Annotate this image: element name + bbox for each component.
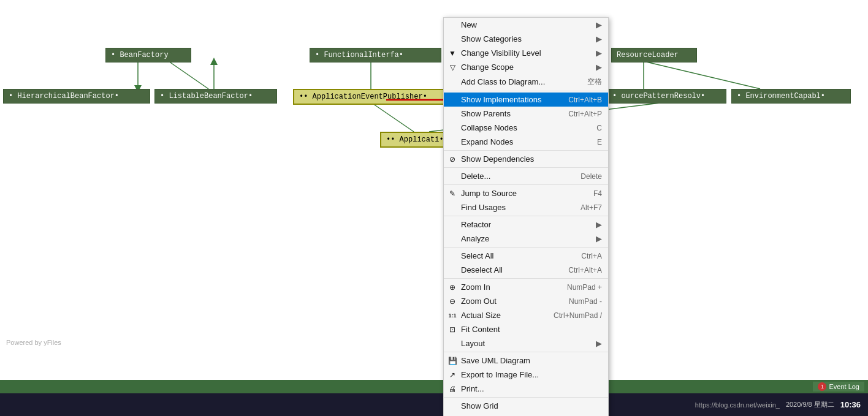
svg-line-4: [644, 61, 760, 89]
menu-item-zoom-out-label: Zoom Out: [461, 297, 497, 306]
powered-by-label: Powered by yFiles: [6, 339, 61, 346]
svg-line-5: [371, 102, 414, 132]
context-menu: New ▶ Show Categories ▶ ▼ Change Visibil…: [443, 17, 609, 416]
separator-9: [444, 397, 608, 398]
delete-shortcut: Delete: [581, 172, 602, 181]
menu-item-zoom-in[interactable]: ⊕ Zoom In NumPad +: [444, 280, 608, 294]
menu-item-show-implementations-label: Show Implementations: [461, 95, 542, 104]
menu-item-expand-nodes[interactable]: Expand Nodes E: [444, 135, 608, 149]
taskbar-url: https://blog.csdn.net/weixin_: [695, 401, 780, 409]
submenu-arrow: ▶: [596, 220, 602, 229]
diagram-area: • BeanFactory • FunctionalInterfa• Resou…: [0, 0, 868, 380]
expand-nodes-shortcut: E: [597, 138, 602, 146]
svg-line-1: [169, 61, 208, 89]
menu-item-export-image-label: Export to Image File...: [461, 370, 539, 379]
menu-item-show-grid[interactable]: Show Grid: [444, 399, 608, 413]
menu-item-show-parents[interactable]: Show Parents Ctrl+Alt+P: [444, 107, 608, 121]
menu-item-find-usages-label: Find Usages: [461, 203, 506, 212]
menu-item-analyze[interactable]: Analyze ▶: [444, 232, 608, 246]
menu-item-collapse-nodes[interactable]: Collapse Nodes C: [444, 121, 608, 135]
bottom-bar: 1 Event Log https://blog.csdn.net/weixin…: [0, 380, 868, 416]
actual-size-shortcut: Ctrl+NumPad /: [554, 311, 602, 320]
submenu-arrow: ▶: [596, 48, 602, 58]
submenu-arrow: ▶: [596, 339, 602, 348]
print-icon: 🖨: [447, 385, 457, 393]
node-resource-pattern[interactable]: • ourcePatternResolv•: [607, 89, 726, 104]
menu-item-analyze-label: Analyze: [461, 234, 489, 243]
node-listable-bean[interactable]: • ListableBeanFactor•: [154, 89, 277, 104]
show-impl-shortcut: Ctrl+Alt+B: [568, 96, 602, 104]
submenu-arrow: ▶: [596, 234, 602, 243]
menu-item-fit-content[interactable]: ⊡ Fit Content: [444, 322, 608, 336]
edit-icon: ✎: [447, 189, 457, 198]
menu-item-jump-to-source-label: Jump to Source: [461, 189, 517, 198]
event-log-badge: 1: [818, 382, 826, 391]
node-applicati[interactable]: •• Applicati•: [380, 132, 454, 148]
zoom-out-shortcut: NumPad -: [569, 297, 602, 306]
menu-item-zoom-out[interactable]: ⊖ Zoom Out NumPad -: [444, 294, 608, 308]
event-log-button[interactable]: 1 Event Log: [813, 382, 864, 391]
node-resource-loader[interactable]: ResourceLoader: [611, 48, 697, 62]
taskbar-date: 2020/9/8 星期二: [786, 400, 834, 409]
jump-to-source-shortcut: F4: [593, 189, 602, 198]
separator-6: [444, 247, 608, 248]
separator-1: [444, 91, 608, 91]
node-hierarchical-bean[interactable]: • HierarchicalBeanFactor•: [3, 89, 150, 104]
find-usages-shortcut: Alt+F7: [581, 203, 602, 212]
menu-item-print[interactable]: 🖨 Print...: [444, 382, 608, 396]
menu-item-zoom-in-label: Zoom In: [461, 282, 490, 292]
export-icon: ↗: [447, 371, 457, 379]
menu-item-actual-size[interactable]: 1:1 Actual Size Ctrl+NumPad /: [444, 308, 608, 322]
select-all-shortcut: Ctrl+A: [581, 252, 602, 260]
separator-3: [444, 167, 608, 168]
node-functional-interface[interactable]: • FunctionalInterfa•: [310, 48, 441, 62]
node-app-event-publisher[interactable]: •• ApplicationEventPublisher•: [293, 89, 451, 105]
zoom-out-icon: ⊖: [447, 297, 457, 306]
submenu-arrow: ▶: [596, 62, 602, 72]
menu-item-add-class[interactable]: Add Class to Diagram... 空格: [444, 74, 608, 89]
menu-item-new[interactable]: New ▶: [444, 18, 608, 32]
menu-item-layout-label: Layout: [461, 339, 485, 348]
separator-7: [444, 278, 608, 279]
menu-item-fit-content-label: Fit Content: [461, 325, 500, 334]
menu-item-find-usages[interactable]: Find Usages Alt+F7: [444, 200, 608, 214]
menu-item-show-implementations[interactable]: Show Implementations Ctrl+Alt+B: [444, 93, 608, 107]
menu-item-export-image[interactable]: ↗ Export to Image File...: [444, 368, 608, 382]
menu-item-change-visibility-label: Change Visibility Level: [461, 48, 541, 58]
zoom-in-shortcut: NumPad +: [567, 283, 602, 292]
menu-item-delete[interactable]: Delete... Delete: [444, 169, 608, 183]
fit-content-icon: ⊡: [447, 325, 457, 334]
show-parents-shortcut: Ctrl+Alt+P: [568, 110, 602, 118]
menu-item-save-uml[interactable]: 💾 Save UML Diagram: [444, 354, 608, 368]
menu-item-deselect-all-label: Deselect All: [461, 265, 503, 274]
link-icon: ⊘: [447, 155, 457, 164]
actual-size-icon: 1:1: [447, 312, 457, 319]
separator-2: [444, 150, 608, 151]
filter-icon: ▼: [447, 49, 457, 58]
menu-item-deselect-all[interactable]: Deselect All Ctrl+Alt+A: [444, 263, 608, 277]
collapse-nodes-shortcut: C: [596, 124, 602, 132]
zoom-in-icon: ⊕: [447, 283, 457, 292]
menu-item-refactor[interactable]: Refactor ▶: [444, 217, 608, 232]
menu-item-change-scope[interactable]: ▽ Change Scope ▶: [444, 60, 608, 74]
submenu-arrow: ▶: [596, 34, 602, 43]
node-env-capable[interactable]: • EnvironmentCapabl•: [731, 89, 851, 104]
menu-item-refactor-label: Refactor: [461, 220, 491, 229]
menu-item-select-all[interactable]: Select All Ctrl+A: [444, 249, 608, 263]
deselect-all-shortcut: Ctrl+Alt+A: [568, 266, 602, 274]
menu-item-show-grid-label: Show Grid: [461, 401, 498, 410]
menu-item-show-categories[interactable]: Show Categories ▶: [444, 32, 608, 46]
scope-icon: ▽: [447, 63, 457, 72]
menu-item-show-dependencies-label: Show Dependencies: [461, 154, 534, 164]
separator-5: [444, 216, 608, 216]
menu-item-jump-to-source[interactable]: ✎ Jump to Source F4: [444, 186, 608, 200]
node-bean-factory[interactable]: • BeanFactory: [105, 48, 191, 62]
menu-item-change-visibility[interactable]: ▼ Change Visibility Level ▶: [444, 46, 608, 60]
menu-item-select-all-label: Select All: [461, 251, 493, 260]
menu-item-save-uml-label: Save UML Diagram: [461, 356, 530, 365]
status-strip: 1 Event Log: [0, 380, 868, 393]
menu-item-layout[interactable]: Layout ▶: [444, 336, 608, 350]
menu-item-snap-to-grid[interactable]: Snap to Grid: [444, 413, 608, 416]
menu-item-show-dependencies[interactable]: ⊘ Show Dependencies: [444, 152, 608, 166]
menu-item-actual-size-label: Actual Size: [461, 311, 501, 320]
